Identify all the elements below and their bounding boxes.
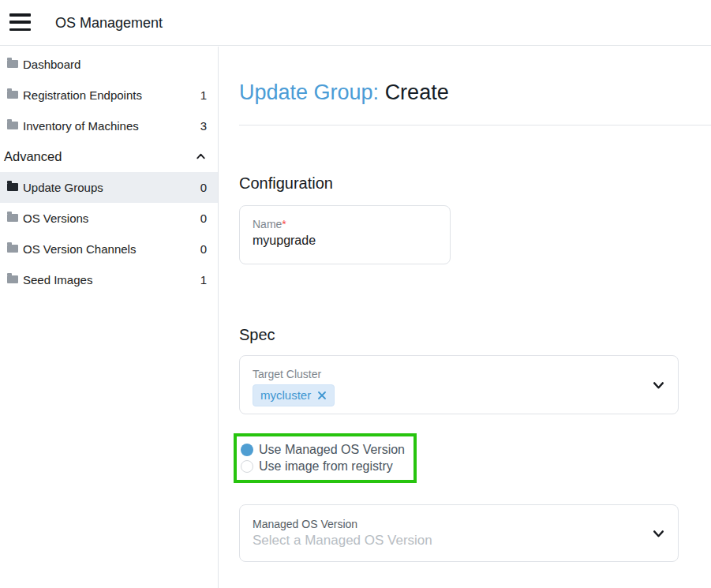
chevron-down-icon[interactable] bbox=[652, 526, 665, 540]
item-count: 0 bbox=[200, 212, 207, 225]
title-divider bbox=[239, 125, 711, 125]
radio-label: Use image from registry bbox=[259, 459, 393, 474]
radio-selected-icon[interactable] bbox=[241, 444, 253, 456]
close-icon[interactable] bbox=[317, 391, 327, 400]
managed-os-version-label: Managed OS Version bbox=[253, 518, 665, 530]
radio-use-image-from-registry[interactable]: Use image from registry bbox=[241, 459, 414, 474]
sidebar-item-dashboard[interactable]: Dashboard bbox=[0, 49, 218, 80]
configuration-heading: Configuration bbox=[239, 174, 333, 193]
folder-icon bbox=[7, 60, 18, 68]
app-title: OS Management bbox=[55, 0, 163, 46]
chevron-up-icon bbox=[195, 151, 207, 163]
name-field-value[interactable]: myupgrade bbox=[253, 234, 437, 248]
sidebar-item-os-version-channels[interactable]: OS Version Channels 0 bbox=[0, 234, 218, 264]
hamburger-menu-icon[interactable] bbox=[9, 13, 31, 31]
folder-icon bbox=[7, 122, 18, 129]
annotation-highlight-box: Use Managed OS Version Use image from re… bbox=[234, 433, 417, 483]
folder-icon bbox=[7, 275, 18, 283]
item-count: 3 bbox=[200, 119, 207, 133]
item-count: 1 bbox=[200, 273, 207, 287]
sidebar-section-advanced[interactable]: Advanced bbox=[0, 141, 218, 172]
page-title: Update Group: Create bbox=[239, 80, 449, 105]
radio-label: Use Managed OS Version bbox=[259, 443, 405, 457]
sidebar-nav: Dashboard Registration Endpoints 1 Inven… bbox=[0, 47, 219, 588]
target-cluster-label: Target Cluster bbox=[253, 368, 665, 380]
chevron-down-icon[interactable] bbox=[652, 378, 665, 391]
os-management-app: OS Management Dashboard Registration End… bbox=[0, 0, 711, 588]
item-count: 0 bbox=[200, 242, 207, 256]
managed-os-version-placeholder: Select a Managed OS Version bbox=[253, 533, 665, 549]
page-title-action: Create bbox=[385, 81, 449, 104]
sidebar-item-label: Registration Endpoints bbox=[23, 88, 200, 102]
sidebar-item-registration-endpoints[interactable]: Registration Endpoints 1 bbox=[0, 80, 218, 110]
folder-icon bbox=[7, 245, 18, 253]
sidebar-item-inventory-of-machines[interactable]: Inventory of Machines 3 bbox=[0, 110, 218, 141]
item-count: 1 bbox=[200, 88, 207, 102]
page-title-resource: Update Group: bbox=[239, 81, 385, 104]
folder-icon bbox=[7, 91, 18, 99]
radio-use-managed-os-version[interactable]: Use Managed OS Version bbox=[241, 443, 414, 457]
main-content: Update Group: Create Configuration Name*… bbox=[219, 47, 711, 588]
folder-icon bbox=[7, 183, 18, 191]
sidebar-item-label: Update Groups bbox=[23, 181, 200, 194]
app-header: OS Management bbox=[0, 0, 711, 46]
target-cluster-select[interactable]: Target Cluster mycluster bbox=[239, 355, 679, 414]
target-cluster-chip: mycluster bbox=[253, 384, 335, 406]
sidebar-item-os-versions[interactable]: OS Versions 0 bbox=[0, 203, 218, 234]
required-marker: * bbox=[282, 218, 286, 230]
item-count: 0 bbox=[200, 181, 207, 194]
sidebar-item-label: OS Version Channels bbox=[23, 242, 200, 256]
radio-unselected-icon[interactable] bbox=[241, 460, 253, 473]
sidebar-item-label: OS Versions bbox=[23, 212, 200, 225]
name-field[interactable]: Name* myupgrade bbox=[239, 205, 451, 264]
sidebar-section-label: Advanced bbox=[4, 149, 195, 164]
managed-os-version-select[interactable]: Managed OS Version Select a Managed OS V… bbox=[239, 504, 679, 562]
folder-icon bbox=[7, 214, 18, 222]
sidebar-item-label: Seed Images bbox=[23, 273, 200, 287]
sidebar-item-update-groups[interactable]: Update Groups 0 bbox=[0, 172, 218, 203]
sidebar-item-label: Inventory of Machines bbox=[23, 119, 200, 133]
spec-heading: Spec bbox=[239, 326, 275, 344]
sidebar-item-seed-images[interactable]: Seed Images 1 bbox=[0, 264, 218, 295]
name-field-label: Name* bbox=[253, 218, 437, 230]
chip-label: mycluster bbox=[260, 388, 311, 402]
sidebar-item-label: Dashboard bbox=[23, 58, 207, 71]
